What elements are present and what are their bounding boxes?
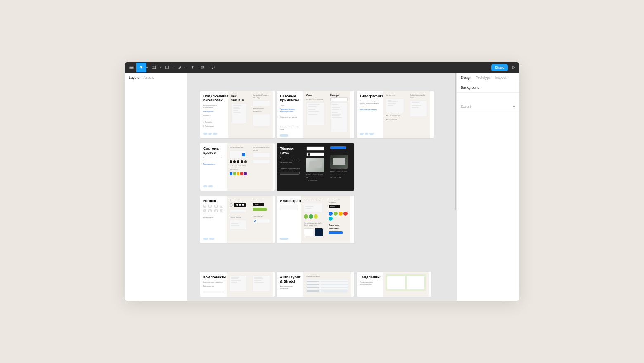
body-text: Своя обводка (253, 215, 270, 218)
body-text: Для веба настройка стиля (410, 94, 427, 99)
scrollbar-thumb[interactable] (455, 73, 456, 210)
body-text: 1. Откройте (203, 121, 225, 123)
body-text: БМВ 3 • 2018 • 45 000 км (330, 170, 348, 175)
frame-autolayout[interactable]: Auto layout & Stretch Авто-компоновка эл… (277, 272, 354, 297)
illus-multi (329, 212, 348, 221)
frame-tool-chevron[interactable] (158, 63, 162, 72)
frame-title: Тёмная тема (280, 146, 301, 155)
body-text: Стили текста определяют единый визуальны… (360, 100, 380, 107)
illus-palette (304, 214, 323, 219)
hand-tool[interactable] (197, 63, 207, 72)
body-text: Accent colors (230, 168, 247, 170)
black-tag: Danger (253, 203, 264, 206)
right-tabs: Design Prototype Inspect (457, 73, 519, 82)
body-text: Подключённая библиотека (253, 108, 270, 112)
body-text: Сетка (280, 104, 301, 107)
background-row[interactable]: Background (457, 82, 519, 93)
frame-guidelines[interactable]: Гайдлайны Рекомендации по использованию (357, 272, 431, 297)
app-body: Layers Assets Подключение библиотек Как … (125, 73, 519, 301)
tab-prototype[interactable]: Prototype (476, 75, 490, 80)
frame-basics[interactable]: Базовые принципы Сетка Проверьте базовые… (277, 91, 354, 138)
comment-tool[interactable] (207, 63, 217, 72)
body-text: Как выбрать цвет (230, 146, 247, 149)
frame-dark-theme[interactable]: Тёмная тема Автоматическое переключение … (277, 143, 354, 191)
body-text: Базис цветов в разделах (329, 199, 348, 203)
body-text: Размер сетки (203, 217, 224, 219)
frame-illustrations[interactable]: Иллюстрации Цветные иллюстрации Иллюстра… (277, 196, 354, 243)
right-panel: Design Prototype Inspect Background Expo… (456, 73, 519, 301)
frame-libraries[interactable]: Подключение библиотек Как подключить и и… (200, 91, 275, 138)
body-link: Проверьте библиотеку (360, 108, 380, 111)
body-text: 8/4 px + 4 × 4 колонки (306, 98, 324, 101)
frame-title: Базовые принципы (280, 94, 301, 103)
row-2: Система цветов Базовые семантические цве… (200, 143, 444, 191)
figma-window: Share Layers Assets Подключение библиоте… (125, 62, 519, 301)
body-text: Для экрана модальной сетки (280, 126, 301, 130)
frame-title: Типографика (360, 94, 380, 98)
scrollbar[interactable] (455, 73, 456, 301)
body-text: Как менять (386, 94, 404, 97)
body-link: Палитра цветов (203, 163, 224, 165)
svg-rect-0 (165, 66, 168, 69)
export-row[interactable]: Export + (457, 101, 519, 112)
body-text: Рекомендации по использованию (360, 281, 380, 285)
body-link: Проверьте базовые параметры сетки (280, 108, 301, 113)
body-text: Автоматическое переключение цветов под с… (280, 157, 301, 164)
left-panel: Layers Assets (125, 73, 188, 301)
body-text: Пример настроек (306, 275, 348, 278)
body-text: в проекте (203, 114, 225, 117)
menu-icon[interactable] (126, 63, 136, 72)
share-button[interactable]: Share (491, 64, 508, 71)
frame-title: Auto layout & Stretch (280, 275, 301, 284)
accent-colors (230, 172, 247, 175)
plus-icon[interactable]: + (513, 104, 515, 109)
shape-tool-chevron[interactable] (170, 63, 175, 72)
frame-title: Иконки (203, 199, 224, 203)
row-1: Подключение библиотек Как подключить и и… (200, 91, 444, 138)
body-text: #111 #222 #333 #666 (230, 165, 247, 167)
icon-grid: ◻◻◻◻ ◻◻◻◻ (203, 205, 224, 212)
frame-title: Компоненты (203, 275, 224, 279)
tab-inspect[interactable]: Inspect (495, 75, 506, 80)
body-text: Цветовые пары задаются (280, 167, 301, 170)
frame-components[interactable]: Компоненты Компоненты интерфейса Все эле… (200, 272, 275, 297)
body-text: Авто-компоновка элементов (280, 285, 301, 290)
body-text: от 2 490 000 ₽ (306, 180, 324, 182)
body-text: Настройка UI экрана как в коде (253, 94, 270, 99)
tab-assets[interactable]: Assets (144, 75, 154, 80)
tab-layers[interactable]: Layers (129, 75, 140, 80)
body-text: Компоненты интерфейса (203, 281, 224, 283)
body-text: Aa 13/16 • 400 • SF (386, 115, 404, 117)
body-text: от 2 490 000 ₽ (330, 177, 348, 179)
body-text: Все элементы (203, 285, 224, 288)
body-text: Иллюстрации для dark theme и dark color (304, 222, 323, 226)
subhead: Сетка (306, 94, 324, 97)
frame-title: Гайдлайны (360, 275, 380, 279)
body-link: UI Foundation (203, 111, 225, 113)
frame-title: Подключение библиотек (203, 94, 225, 103)
subhead: Палитра (330, 94, 348, 97)
canvas[interactable]: Подключение библиотек Как подключить и и… (188, 73, 456, 301)
body-text: Aa 15/20 • 500 (386, 118, 404, 121)
body-text: Своя иконка (253, 199, 270, 201)
present-icon[interactable] (509, 66, 518, 69)
frame-colors[interactable]: Система цветов Базовые семантические цве… (200, 143, 275, 191)
green-strip (253, 208, 267, 211)
body-text: Базовые семантические цвета (203, 157, 224, 161)
black-tag: Section (329, 205, 340, 208)
pen-tool-chevron[interactable] (183, 63, 187, 72)
body-text: 2. Подключите (203, 125, 225, 127)
move-tool-chevron[interactable] (145, 63, 149, 72)
left-tabs: Layers Assets (125, 73, 187, 82)
body-text: Стили текста и цветов (280, 116, 301, 118)
frame-typography[interactable]: Типографика Стили текста определяют един… (357, 91, 434, 138)
frame-icons[interactable]: Иконки ◻◻◻◻ ◻◻◻◻ Размер сетки Цвет в ико… (200, 196, 275, 243)
tab-design[interactable]: Design (461, 75, 471, 80)
text-tool[interactable] (187, 63, 197, 72)
subtitle: Бонусная акционная (329, 224, 348, 230)
body-text: Цвет в иконке (230, 199, 247, 201)
frame-title: Иллюстрации (280, 199, 298, 203)
frame-title: Система цветов (203, 146, 224, 155)
subhead: Как сделать (231, 94, 247, 101)
body-text: Размер иконки (230, 216, 247, 219)
